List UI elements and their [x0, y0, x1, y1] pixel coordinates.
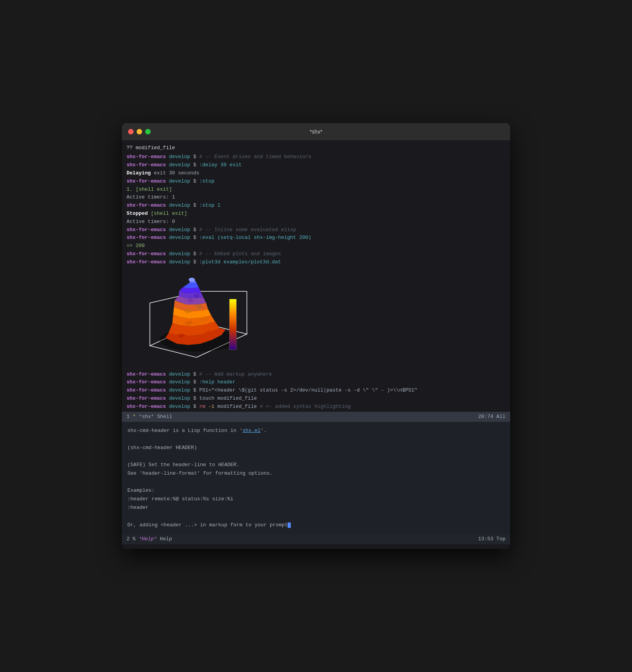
header-param: HEADER [218, 462, 236, 468]
shell-line-3: Delaying exit 30 seconds [127, 169, 505, 178]
buffer2-number: 2 % [127, 536, 139, 542]
bottom-padding [122, 544, 510, 549]
shell-line-6: Active timers: 1 [127, 193, 505, 202]
shell-line-19: shx-for-emacs develop $ rm -i modified_f… [127, 403, 505, 411]
shell-line-9: Active timers: 0 [127, 218, 505, 226]
shx-el-link[interactable]: shx.el [242, 428, 260, 433]
help-or-line: Or, adding <header ...> in markup form t… [127, 521, 505, 529]
minimize-button[interactable] [137, 129, 142, 134]
shell-line-8: Stopped [shell exit] [127, 210, 505, 218]
help-area: shx-cmd-header is a Lisp function in 'sh… [122, 422, 510, 534]
text-cursor [288, 522, 291, 528]
titlebar: *shx* [122, 123, 510, 140]
shell-line-2: shx-for-emacs develop $ :delay 30 exit [127, 161, 505, 169]
help-buffer-name: *Help* [139, 536, 157, 542]
position-info: 20:74 All [478, 414, 505, 420]
shell-line-12: => 200 [127, 242, 505, 250]
top-bar-label: ?? modified_file [122, 143, 510, 152]
buffer-number: 1 [127, 414, 130, 420]
close-button[interactable] [128, 129, 134, 134]
status-bar-2: 2 % *Help* Help 13:53 Top [122, 534, 510, 544]
terminal-window: *shx* ?? modified_file shx-for-emacs dev… [122, 123, 510, 548]
shell-line-17: shx-for-emacs develop $ PS1="<header \$(… [127, 386, 505, 395]
shell-line-13: shx-for-emacs develop $ # -- Embed plots… [127, 250, 505, 258]
window-title: *shx* [310, 129, 323, 135]
shell-line-15: shx-for-emacs develop $ # -- Add markup … [127, 371, 505, 379]
modified-indicator: * [133, 414, 136, 420]
status-right: 20:74 All [478, 414, 505, 420]
help-mode: Help [157, 536, 172, 542]
buffer-name: *shx* [139, 414, 154, 420]
buffer-mode: Shell [157, 414, 172, 420]
plot-3d-container [127, 272, 251, 365]
shell-line-4: shx-for-emacs develop $ :stop [127, 178, 505, 186]
help-function-line: shx-cmd-header is a Lisp function in 'sh… [127, 427, 505, 435]
help-signature: (shx-cmd-header HEADER) [127, 444, 505, 452]
shell-line-10: shx-for-emacs develop $ # -- Inline some… [127, 226, 505, 234]
shell-line-7: shx-for-emacs develop $ :stop 1 [127, 202, 505, 210]
shell-line-14: shx-for-emacs develop $ :plot3d examples… [127, 258, 505, 266]
shell-line-1: shx-for-emacs develop $ # -- Event drive… [127, 153, 505, 161]
shell-area-after-plot[interactable]: shx-for-emacs develop $ # -- Add markup … [122, 370, 510, 412]
svg-point-17 [189, 278, 195, 282]
shell-line-11: shx-for-emacs develop $ :eval (setq-loca… [127, 234, 505, 242]
status2-right: 13:53 Top [478, 536, 505, 542]
prompt-name: shx-for-emacs [127, 153, 166, 161]
prompt-branch: develop [169, 153, 190, 161]
shell-line-16: shx-for-emacs develop $ :help header [127, 378, 505, 386]
terminal-area: ?? modified_file shx-for-emacs develop $… [122, 140, 510, 548]
shell-line-5: 1. [shell exit] [127, 186, 505, 194]
help-examples-label: Examples: [127, 486, 505, 495]
help-example-1: :header remote:%@ status:%s size:%i [127, 495, 505, 503]
shell-output[interactable]: shx-for-emacs develop $ # -- Event drive… [122, 152, 510, 267]
svg-rect-26 [229, 299, 236, 350]
maximize-button[interactable] [145, 129, 151, 134]
help-example-2: :header [127, 503, 505, 512]
modified-file-label: ?? modified_file [127, 145, 175, 151]
help-desc2: See 'header-line-format' for formatting … [127, 469, 505, 478]
status2-left: 2 % *Help* Help [127, 536, 172, 542]
shell-line-18: shx-for-emacs develop $ touch modified_f… [127, 395, 505, 403]
comment-text: # -- Event driven and timed behaviors [199, 153, 311, 161]
status-left: 1 * *shx* Shell [127, 414, 172, 420]
status-bar-1: 1 * *shx* Shell 20:74 All [122, 412, 510, 422]
help-desc1: (SAFE) Set the header-line to HEADER. [127, 461, 505, 469]
traffic-lights [128, 129, 151, 134]
plot-svg [127, 272, 251, 365]
position-info-2: 13:53 Top [478, 536, 505, 542]
